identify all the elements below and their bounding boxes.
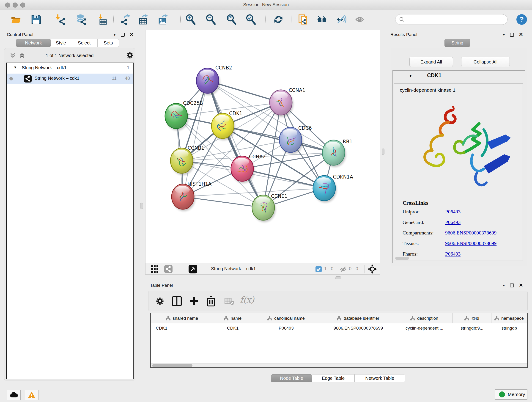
hide-graphics-details-icon[interactable] <box>336 14 347 25</box>
column-header-canonical-name[interactable]: canonical name <box>252 313 320 323</box>
node-label-CDC25B: CDC25B <box>183 100 203 106</box>
birdseye-view-icon[interactable] <box>189 265 197 274</box>
save-session-icon[interactable] <box>31 14 41 25</box>
show-columns-icon[interactable] <box>172 296 182 306</box>
tab-network-table[interactable]: Network Table <box>355 374 405 382</box>
selected-checkbox-icon[interactable] <box>316 266 322 272</box>
crosslinks-title: CrossLinks <box>403 200 428 206</box>
network-snapshot-icon[interactable] <box>298 14 309 25</box>
show-graphics-details-icon[interactable] <box>355 14 366 25</box>
network-edge-CCNB2-HIST1H1A <box>183 81 208 197</box>
home-icon[interactable] <box>317 14 327 25</box>
panel-float-icon[interactable] <box>121 33 125 37</box>
string-results: Expand All Collapse All ▼ CDK1 cyclin-de… <box>391 48 527 266</box>
zoom-fit-content-icon[interactable] <box>226 14 237 25</box>
crosslink-row: Tissues:9606.ENSP00000378699 <box>394 240 523 251</box>
network-node-CCNE1[interactable]: CCNE1 <box>252 193 288 222</box>
crosslink-link[interactable]: P06493 <box>445 209 461 215</box>
open-session-icon[interactable] <box>11 14 22 25</box>
network-node-CDC25B[interactable]: CDC25B <box>165 100 203 130</box>
table-scrollbar-thumb[interactable] <box>152 364 192 367</box>
network-node-RB1[interactable]: RB1 <box>322 139 352 167</box>
import-network-from-database-icon[interactable] <box>76 14 87 25</box>
panel-menu-icon[interactable]: ▾ <box>114 32 116 37</box>
column-header-name[interactable]: name <box>213 313 252 323</box>
panel-menu-icon[interactable]: ▾ <box>503 283 505 288</box>
toolbar-separator <box>180 13 181 26</box>
network-canvas[interactable]: CCNB2CCNA1CDC25BCDK1CDC6RB1CCNB1CCNA2CDK… <box>145 30 380 263</box>
tab-node-table[interactable]: Node Table <box>271 374 312 382</box>
tab-string[interactable]: String <box>444 39 470 47</box>
crosslink-link[interactable]: 9606.ENSP00000378699 <box>445 230 496 236</box>
collection-expand-icon[interactable]: ▼ <box>13 65 17 69</box>
panel-close-icon[interactable]: ✕ <box>519 282 523 288</box>
footer-separator <box>336 265 336 274</box>
table-settings-gear-icon[interactable] <box>155 297 165 306</box>
export-network-icon[interactable] <box>119 14 130 25</box>
help-button[interactable]: ? <box>516 14 527 25</box>
tab-sets[interactable]: Sets <box>97 39 119 47</box>
network-node-HIST1H1A[interactable]: HIST1H1A <box>172 181 212 211</box>
zoom-selected-icon[interactable] <box>245 14 256 25</box>
crosslink-link[interactable]: P06493 <box>445 251 461 257</box>
tab-edge-table[interactable]: Edge Table <box>312 374 355 382</box>
table-panel-title: Table Panel <box>150 283 173 288</box>
section-collapse-icon[interactable]: ▼ <box>409 74 412 78</box>
warning-status-button[interactable] <box>25 390 38 400</box>
memory-button[interactable]: Memory <box>495 389 527 400</box>
panel-float-icon[interactable] <box>510 33 514 37</box>
hidden-eye-slash-icon[interactable] <box>340 266 347 273</box>
network-view-icon[interactable] <box>164 265 172 273</box>
zoom-in-icon[interactable] <box>185 14 196 25</box>
network-row-selected[interactable]: String Network – cdk1 11 48 <box>7 74 133 84</box>
crosslink-link[interactable]: 9606.ENSP00000378699 <box>445 240 496 246</box>
grid-view-icon[interactable] <box>151 265 158 273</box>
collapse-all-button[interactable]: Collapse All <box>461 57 510 67</box>
import-network-from-file-icon[interactable] <box>55 14 66 25</box>
column-header-description[interactable]: description <box>396 313 452 323</box>
network-node-CDC6[interactable]: CDC6 <box>279 125 312 154</box>
apply-layout-icon[interactable] <box>273 14 284 25</box>
network-node-CCNB2[interactable]: CCNB2 <box>196 65 232 95</box>
add-column-icon[interactable] <box>189 296 199 306</box>
panel-close-icon[interactable]: ✕ <box>130 32 134 38</box>
delete-column-trash-icon[interactable] <box>206 296 216 306</box>
column-header-namespace[interactable]: namespace <box>491 313 527 323</box>
column-header-shared-name[interactable]: shared name <box>151 313 213 323</box>
crosslink-link[interactable]: P06493 <box>445 219 461 225</box>
table-horizontal-scrollbar[interactable] <box>151 364 527 367</box>
cloud-status-button[interactable] <box>7 390 21 400</box>
network-node-CCNA2[interactable]: CCNA2 <box>231 154 266 183</box>
crosslink-row: Compartments:9606.ENSP00000378699 <box>394 230 523 240</box>
bottom-splitter-handle[interactable] <box>335 276 341 279</box>
results-scrollbar-thumb[interactable] <box>395 257 409 260</box>
tab-network[interactable]: Network <box>16 39 51 47</box>
cloud-icon <box>10 392 18 398</box>
column-header-label: database identifier <box>344 316 379 321</box>
panel-menu-icon[interactable]: ▾ <box>503 32 505 37</box>
network-node-CDKN1A[interactable]: CDKN1A <box>313 174 353 203</box>
panel-close-icon[interactable]: ✕ <box>519 32 523 38</box>
export-image-icon[interactable] <box>157 14 168 25</box>
left-splitter-handle[interactable] <box>140 203 143 209</box>
function-builder-icon[interactable]: f(x) <box>240 295 254 304</box>
search-input[interactable] <box>405 17 501 22</box>
tab-select[interactable]: Select <box>71 39 97 47</box>
tab-style[interactable]: Style <box>51 39 71 47</box>
import-table-from-file-icon[interactable] <box>96 14 107 25</box>
panel-float-icon[interactable] <box>510 283 514 287</box>
network-node-CDK1[interactable]: CDK1 <box>211 111 242 140</box>
right-splitter-handle[interactable] <box>382 148 385 155</box>
delete-table-icon[interactable] <box>225 298 234 305</box>
expand-all-button[interactable]: Expand All <box>409 57 453 67</box>
gear-icon[interactable] <box>126 51 134 59</box>
network-collection-row[interactable]: ▼ String Network – cdk1 1 <box>7 63 133 74</box>
column-header-database-identifier[interactable]: database identifier <box>320 313 396 323</box>
table-cell: stringdb <box>491 323 527 333</box>
fit-selected-crosshair-icon[interactable] <box>368 264 377 274</box>
column-header--id[interactable]: @id <box>452 313 491 323</box>
network-node-CCNA1[interactable]: CCNA1 <box>270 88 305 117</box>
zoom-out-icon[interactable] <box>205 14 216 25</box>
table-row[interactable]: CDK1CDK1P064939606.ENSP00000378699cyclin… <box>151 323 527 333</box>
export-table-icon[interactable] <box>138 14 149 25</box>
